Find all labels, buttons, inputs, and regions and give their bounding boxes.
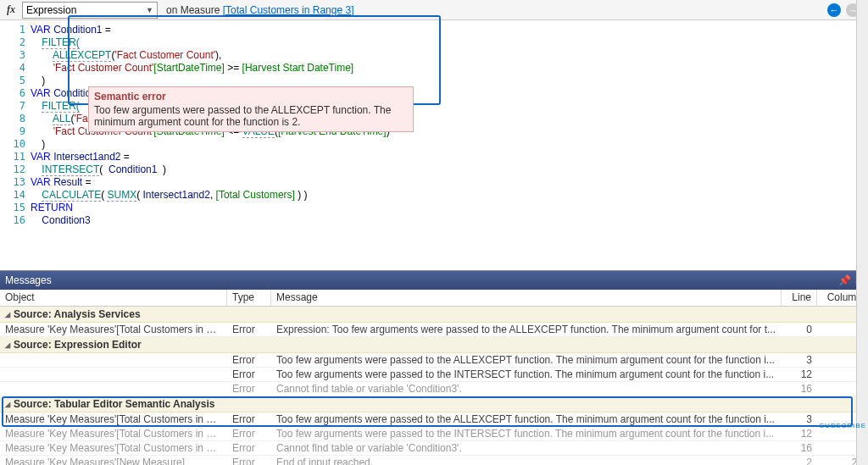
nav-back-icon[interactable]: ← (827, 3, 841, 17)
messages-title: Messages (5, 274, 52, 286)
source-group[interactable]: ◢Source: Tabular Editor Semantic Analysi… (0, 396, 868, 412)
col-object[interactable]: Object (0, 290, 227, 306)
messages-header[interactable]: Messages 📌 ✕ (0, 271, 868, 290)
messages-panel: Messages 📌 ✕ Object Type Message Line Co… (0, 270, 868, 465)
on-measure-text: on Measure [Total Customers in Range 3] (161, 4, 359, 16)
message-row[interactable]: ErrorCannot find table or variable 'Cond… (0, 382, 868, 396)
error-tooltip: Semantic error Too few arguments were pa… (88, 86, 414, 132)
measure-link[interactable]: [Total Customers in Range 3] (223, 4, 354, 16)
line-gutter: 12345678910111213141516 (0, 20, 31, 270)
message-row[interactable]: Measure 'Key Measures'[Total Customers i… (0, 427, 868, 441)
messages-columns: Object Type Message Line Column (0, 290, 868, 307)
formula-bar: fx Expression ▼ on Measure [Total Custom… (0, 0, 868, 20)
message-row[interactable]: ErrorToo few arguments were passed to th… (0, 368, 868, 382)
code-content[interactable]: VAR Condition1 = FILTER( ALLEXCEPT('Fact… (31, 20, 868, 270)
message-row[interactable]: Measure 'Key Measures'[Total Customers i… (0, 323, 868, 337)
messages-body[interactable]: ◢Source: Analysis ServicesMeasure 'Key M… (0, 307, 868, 465)
col-type[interactable]: Type (227, 290, 271, 306)
fx-icon: fx (3, 3, 19, 16)
source-group[interactable]: ◢Source: Expression Editor (0, 337, 868, 353)
message-row[interactable]: Measure 'Key Measures'[Total Customers i… (0, 412, 868, 427)
col-line[interactable]: Line (782, 290, 817, 306)
expression-dropdown[interactable]: Expression ▼ (22, 2, 158, 19)
pin-icon[interactable]: 📌 (838, 274, 851, 286)
message-row[interactable]: ErrorToo few arguments were passed to th… (0, 353, 868, 368)
expression-label: Expression (26, 4, 76, 16)
right-rail (856, 0, 868, 465)
message-row[interactable]: Measure 'Key Measures'[Total Customers i… (0, 441, 868, 456)
code-editor[interactable]: 12345678910111213141516 VAR Condition1 =… (0, 20, 868, 270)
tooltip-body: Too few arguments were passed to the ALL… (94, 104, 391, 128)
chevron-down-icon: ▼ (146, 6, 153, 14)
subscribe-badge: SUBSCRIBE (820, 422, 866, 429)
source-group[interactable]: ◢Source: Analysis Services (0, 307, 868, 323)
col-message[interactable]: Message (271, 290, 782, 306)
message-row[interactable]: Measure 'Key Measures'[New Measure]Error… (0, 456, 868, 465)
tooltip-title: Semantic error (94, 91, 408, 102)
